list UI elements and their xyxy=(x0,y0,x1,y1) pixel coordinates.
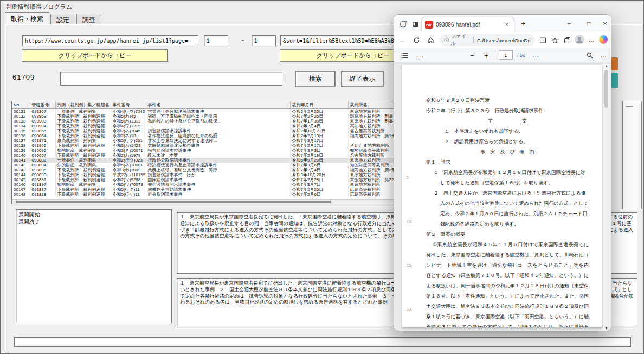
search-input[interactable] xyxy=(60,72,282,86)
pdf-text: 令和６年９月２０日判決言渡令和２年（行ウ）第３２３号 行政処分取消請求事件主 文… xyxy=(426,95,589,327)
table-cell: 令和7年2月19日 xyxy=(290,153,348,158)
pdf-zoom-out-button[interactable]: − xyxy=(468,51,476,60)
table-cell: 令和5(行ツ)261 xyxy=(111,138,146,143)
column-header[interactable]: No xyxy=(12,101,30,109)
table-cell: 最高裁判所 判例集 xyxy=(55,138,111,143)
column-header[interactable]: 管理番号 xyxy=(30,101,55,109)
tab-bar: 取得・検索設定調査 xyxy=(5,14,102,24)
table-cell: 平成27(ワ)101553 xyxy=(111,172,146,177)
profile-avatar[interactable] xyxy=(575,35,584,44)
table-cell: 093895 xyxy=(30,168,55,172)
pdf-paragraph: １ 東京航空局長が令和元年１２月１８日付けで東京国際空港長に対して発出した通知（… xyxy=(434,168,589,188)
workspaces-icon[interactable] xyxy=(398,19,408,29)
home-icon[interactable] xyxy=(426,35,435,45)
table-cell: 知的財産 裁判例集 xyxy=(55,163,111,168)
column-header[interactable]: 裁判年月日 xyxy=(290,101,348,109)
window-minimize-button[interactable]: ─ xyxy=(563,18,575,29)
tab-close-icon[interactable]: × xyxy=(503,21,511,29)
table-cell: 093903 xyxy=(30,119,55,124)
pdf-line-number: 10 xyxy=(407,220,411,223)
window-close-button[interactable]: × xyxy=(599,18,611,29)
app-window: 判例情報取得プログラム 取得・検索設定調査 ~ クリップボードからコピー クリッ… xyxy=(0,0,644,354)
log-textarea[interactable]: 展開開始 展開終了 xyxy=(16,209,172,323)
table-cell: 00134 xyxy=(12,124,30,128)
vertical-tabs-icon[interactable] xyxy=(410,19,420,29)
app-window-title: 判例情報取得プログラム xyxy=(6,3,72,11)
site-info-icon[interactable]: ⓘ xyxy=(444,37,449,44)
table-cell: 営業停止処分取消等請求事件 xyxy=(146,109,290,114)
table-cell: 懲戒処分無効請求事件 xyxy=(146,187,290,192)
tab-2[interactable]: 調査 xyxy=(76,14,101,24)
table-cell: 令和3(わ)1009 xyxy=(111,168,146,172)
column-header[interactable]: 事件名 xyxy=(146,101,290,109)
table-cell: 令和7年2月17日 xyxy=(290,143,348,148)
pdf-more-right-icon[interactable]: … xyxy=(599,51,608,60)
window-maximize-button[interactable]: □ xyxy=(583,18,595,29)
pdf-paragraph: 第１ 請求 xyxy=(426,157,589,168)
table-cell: 00137 xyxy=(12,138,30,143)
table-cell: 令和2(ワ)9288 xyxy=(111,177,146,182)
table-cell: 093871 xyxy=(30,138,55,143)
pdf-page-input[interactable] xyxy=(499,50,513,60)
table-cell: 令和7年2月4日 xyxy=(290,124,348,128)
range-separator: ~ xyxy=(241,37,244,44)
table-cell: 令和7年3月7日 xyxy=(290,182,348,187)
table-cell: 令和7年2月4日 xyxy=(290,168,348,172)
table-cell: 令和7年3月17日 xyxy=(290,138,348,143)
table-cell: 業務上横領、有印公文書偽造、同行… xyxy=(146,168,290,172)
pdf-more-center-icon[interactable]: … xyxy=(531,51,540,60)
table-cell: 下級裁判所 裁判例速報 xyxy=(55,143,111,148)
table-cell: 令和3(ネ)10071 xyxy=(111,148,146,153)
table-cell: 令和5(ネ)10001 xyxy=(111,163,146,168)
page-from-input[interactable] xyxy=(204,35,228,46)
table-cell: 00138 xyxy=(12,143,30,148)
refresh-icon[interactable] xyxy=(411,35,421,45)
pdf-vertical-scrollbar[interactable]: ▲ ▼ xyxy=(603,62,610,331)
pdf-paragraph: 主 文 xyxy=(426,116,589,126)
column-header[interactable]: 事件番号 xyxy=(111,101,146,109)
page-to-input[interactable] xyxy=(252,35,276,46)
table-cell: 令和5(行ク)11 xyxy=(111,187,146,192)
table-cell: 著作権法違反、組織的な犯罪の処罰… xyxy=(146,133,290,138)
split-screen-icon[interactable] xyxy=(538,35,548,45)
table-cell: 下級裁判所 裁判例速報 xyxy=(55,177,111,182)
browser-tab[interactable]: PDF 093896-hanrei.pdf × xyxy=(421,17,514,32)
table-cell: 00144 xyxy=(12,172,30,177)
table-cell: 覚醒剤取締法違反被告事件 xyxy=(146,143,290,148)
table-cell: 00147 xyxy=(12,187,30,192)
tab-1[interactable]: 設定 xyxy=(50,14,75,24)
scrollbar-thumb[interactable] xyxy=(16,201,331,203)
browser-more-icon[interactable]: … xyxy=(587,35,596,44)
pdf-zoom-in-button[interactable]: + xyxy=(482,51,491,60)
browser-tab-title: 093896-hanrei.pdf xyxy=(436,22,503,28)
search-button[interactable]: 検索 xyxy=(296,72,335,86)
table-cell: 093863 xyxy=(30,114,55,119)
pdf-viewer-area: 5101520 令和６年９月２０日判決言渡令和２年（行ウ）第３２３号 行政処分取… xyxy=(394,62,611,331)
table-cell: 090057 xyxy=(30,153,55,158)
address-bar[interactable]: ⓘ ファイル C:/Users/nrmzn/OneDri... xyxy=(440,34,535,46)
table-cell: 00135 xyxy=(12,128,30,133)
url-input[interactable] xyxy=(22,35,198,46)
pdf-scrollbar-thumb[interactable] xyxy=(604,70,608,108)
status-input[interactable] xyxy=(14,337,631,347)
back-icon[interactable]: ← xyxy=(397,35,407,45)
table-cell: 令和2年12月21日 xyxy=(290,128,348,133)
show-all-button[interactable]: 終了表示 xyxy=(342,72,383,86)
favorites-star-icon[interactable] xyxy=(550,35,559,45)
clipboard-copy-left-button[interactable]: クリップボードからコピー xyxy=(22,50,168,61)
collections-icon[interactable] xyxy=(562,35,572,45)
table-cell: 窃盗、不正電磁的記録作出・同供用 xyxy=(146,114,290,119)
table-cell: 令和7年2月25日 xyxy=(290,114,348,119)
tab-0[interactable]: 取得・検索 xyxy=(5,12,49,24)
copilot-icon[interactable] xyxy=(599,35,608,44)
pdf-page: 5101520 令和６年９月２０日判決言渡令和２年（行ウ）第３２３号 行政処分取… xyxy=(402,65,602,327)
pdf-toc-icon[interactable] xyxy=(400,51,409,60)
scroll-down-icon[interactable]: ▼ xyxy=(604,326,608,330)
new-tab-button[interactable]: + xyxy=(519,19,527,28)
table-cell: 093887 xyxy=(30,187,55,192)
table-cell: 下級裁判所 裁判例速報 xyxy=(55,119,111,124)
scroll-up-icon[interactable]: ▲ xyxy=(604,64,608,68)
pdf-search-icon[interactable] xyxy=(585,51,595,60)
column-header[interactable]: 判例（裁判例）集／種類名 xyxy=(55,101,111,109)
pdf-more-left-icon[interactable]: … xyxy=(416,51,424,60)
